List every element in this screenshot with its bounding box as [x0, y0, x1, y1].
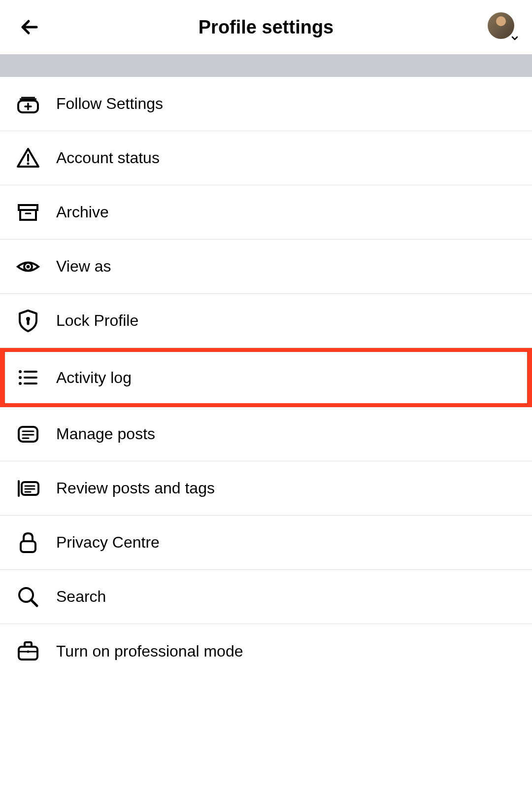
menu-label: Privacy Centre [56, 533, 160, 552]
menu-list: Follow Settings Account status Archive [0, 77, 532, 678]
back-button[interactable] [15, 12, 44, 42]
review-posts-icon [15, 475, 41, 502]
follow-settings-icon [15, 91, 41, 117]
svg-rect-24 [21, 541, 35, 552]
menu-item-search[interactable]: Search [0, 570, 532, 624]
manage-posts-icon [15, 421, 41, 448]
menu-label: Review posts and tags [56, 479, 215, 497]
page-title: Profile settings [44, 17, 488, 38]
svg-rect-27 [19, 647, 37, 660]
menu-label: Activity log [56, 369, 132, 387]
menu-label: View as [56, 257, 111, 276]
svg-point-9 [19, 370, 22, 373]
lock-icon [15, 529, 41, 556]
svg-point-2 [27, 162, 30, 165]
menu-item-professional-mode[interactable]: Turn on professional mode [0, 624, 532, 678]
profile-avatar-button[interactable] [488, 12, 517, 42]
activity-log-icon [15, 364, 41, 391]
menu-item-activity-log[interactable]: Activity log [0, 348, 532, 407]
menu-item-follow-settings[interactable]: Follow Settings [0, 77, 532, 131]
menu-item-manage-posts[interactable]: Manage posts [0, 407, 532, 461]
menu-label: Search [56, 588, 106, 606]
header: Profile settings [0, 0, 532, 54]
eye-icon [15, 253, 41, 280]
svg-point-7 [27, 265, 30, 268]
search-icon [15, 584, 41, 610]
menu-item-review-posts[interactable]: Review posts and tags [0, 461, 532, 516]
shield-lock-icon [15, 308, 41, 334]
menu-label: Lock Profile [56, 312, 138, 330]
separator-bar [0, 54, 532, 77]
archive-icon [15, 199, 41, 226]
svg-line-26 [31, 600, 37, 606]
menu-item-archive[interactable]: Archive [0, 185, 532, 240]
briefcase-icon [15, 638, 41, 664]
back-arrow-icon [18, 15, 41, 39]
chevron-down-icon [510, 34, 519, 43]
svg-point-11 [19, 382, 22, 385]
menu-label: Archive [56, 203, 109, 221]
menu-label: Follow Settings [56, 95, 163, 113]
menu-item-view-as[interactable]: View as [0, 240, 532, 294]
menu-label: Turn on professional mode [56, 642, 243, 661]
menu-item-account-status[interactable]: Account status [0, 131, 532, 185]
svg-point-10 [19, 376, 22, 379]
menu-label: Manage posts [56, 425, 155, 443]
menu-item-privacy-centre[interactable]: Privacy Centre [0, 516, 532, 570]
menu-item-lock-profile[interactable]: Lock Profile [0, 294, 532, 348]
warning-icon [15, 145, 41, 172]
menu-label: Account status [56, 149, 160, 167]
svg-rect-4 [20, 210, 36, 220]
